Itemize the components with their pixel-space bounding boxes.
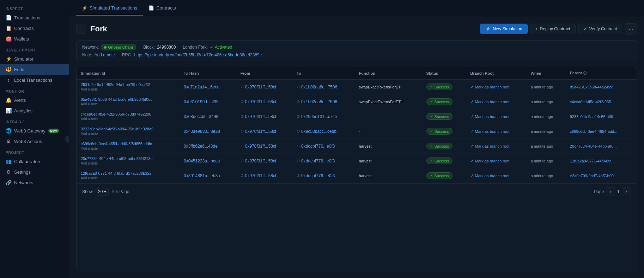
verify-contract-button[interactable]: ✓ Verify Contract	[578, 24, 622, 34]
branch-root-icon: ↗	[470, 129, 474, 134]
parent-id[interactable]: 20c77834-404e-44bb-af8...	[570, 144, 617, 148]
tab-contracts[interactable]: 📄 Contracts	[143, 1, 182, 16]
status-badge: ✓ Success	[426, 113, 453, 120]
to-address[interactable]: 0x1b02da8c...7506	[301, 99, 337, 104]
mark-branch-root[interactable]: ↗ Mark as branch root	[470, 114, 522, 119]
to-address[interactable]: 0xddcbf776...e0f3	[301, 173, 335, 178]
mark-branch-root[interactable]: ↗ Mark as branch root	[470, 99, 522, 104]
parent-id[interactable]: 12f6a2a0-0771-44f8-8fa...	[570, 159, 615, 163]
more-options-button[interactable]: ···	[625, 23, 637, 35]
function-name: harvest	[359, 174, 372, 178]
mark-branch-root[interactable]: ↗ Mark as branch root	[470, 159, 522, 163]
check-icon: ✓	[430, 99, 433, 104]
add-note-inline[interactable]: Add a note	[81, 87, 175, 91]
to-address[interactable]: 0x9c58bacc...cedb	[301, 129, 336, 134]
chevron-down-icon: ▾	[104, 189, 106, 194]
per-page-label: Per Page	[111, 189, 129, 194]
table-row: 20c77834-404e-44bb-af08-adbd36f4213d Add…	[77, 154, 637, 168]
tx-hash-link[interactable]: 0x3ffb62e6...43de	[184, 144, 218, 149]
branch-root-icon: ↗	[470, 144, 474, 148]
table-row: c699c6cb-0ee4-4654-add0-3f8d856addfc Add…	[77, 139, 637, 154]
network-badge: Gnosis Chain	[101, 44, 136, 50]
sim-id-link[interactable]: 85a426f1-9b68-44a2-bcd8-e0b95d45f00c	[81, 97, 175, 101]
mark-branch-root[interactable]: ↗ Mark as branch root	[470, 144, 522, 148]
tx-hash-link[interactable]: 0x0451223a...becb	[184, 159, 220, 163]
new-simulation-button[interactable]: ⚡ New Simulation	[480, 24, 527, 34]
sim-tx-tab-icon: ⚡	[82, 5, 87, 11]
when-text: a minute ago	[531, 115, 553, 119]
sidebar-item-contracts[interactable]: 📋 Contracts	[0, 23, 69, 33]
to-addr-icon: ⊙	[297, 144, 300, 148]
when-text: a minute ago	[531, 174, 553, 178]
sidebar-item-simulator[interactable]: ⚡ Simulator	[0, 54, 69, 64]
sidebar-item-collaborators[interactable]: 👥 Collaborators	[0, 156, 69, 167]
to-address[interactable]: 0xddcbf776...e0f3	[301, 159, 335, 163]
tx-hash-link[interactable]: 0x40ae9830...8e28	[184, 129, 220, 134]
sim-id-link[interactable]: 2f0f1c2e-9a1f-452e-94a1-bb79bd0ccf32	[81, 82, 175, 87]
parent-id[interactable]: c699c6cb-0ee4-4654-add...	[570, 129, 618, 134]
add-note-inline[interactable]: Add a note	[81, 176, 175, 180]
from-addr-icon: ⊙	[241, 173, 244, 178]
check-icon: ✓	[430, 159, 433, 163]
check-icon: ✓	[430, 114, 433, 119]
from-address[interactable]: 0x970f31ff...58cf	[245, 99, 277, 104]
from-address[interactable]: 0x970f31ff...58cf	[245, 129, 277, 134]
sidebar-item-web3-gateway[interactable]: 🌐 Web3 Gateway New	[0, 125, 69, 136]
block-label: Block:	[143, 45, 155, 50]
sidebar-item-local-transactions[interactable]: ↕ Local Transactions	[0, 75, 69, 85]
contracts-icon: 📋	[6, 25, 11, 31]
add-note-inline[interactable]: Add a note	[81, 147, 175, 150]
from-address[interactable]: 0x970f31ff...58cf	[245, 114, 277, 119]
tx-hash-link[interactable]: 0x3914881b...eb3a	[184, 173, 220, 178]
to-address[interactable]: 0x2995d131...c7ce	[301, 114, 337, 119]
sidebar-item-alerts[interactable]: 🔔 Alerts	[0, 95, 69, 105]
parent-id[interactable]: e2a0a709-9bd7-4bf7-b00...	[570, 174, 617, 178]
sidebar-item-wallets[interactable]: 👛 Wallets	[0, 33, 69, 44]
deploy-contract-button[interactable]: ↑ Deploy Contract	[530, 24, 576, 34]
per-page-select[interactable]: 20 ▾	[96, 188, 109, 196]
sidebar-item-forks[interactable]: 🔱 Forks	[0, 64, 69, 75]
sim-id-link[interactable]: 20c77834-404e-44bb-af08-adbd36f4213d	[81, 156, 175, 161]
sidebar-item-settings[interactable]: ⚙ Settings	[0, 167, 69, 177]
mark-branch-root[interactable]: ↗ Mark as branch root	[470, 129, 522, 134]
sidebar-item-analytics[interactable]: 📊 Analytics	[0, 105, 69, 116]
add-note-link[interactable]: Add a note	[95, 52, 115, 57]
sim-id-link[interactable]: 12f6a2a0-0771-44f8-8fab-d17ac236b322	[81, 171, 175, 175]
from-address[interactable]: 0x970f31ff...58cf	[245, 85, 277, 89]
back-button[interactable]: ←	[76, 24, 86, 34]
development-section-label: DEVELOPMENT	[0, 44, 69, 54]
when-text: a minute ago	[531, 85, 553, 89]
rpc-url[interactable]: https://rpc.tenderly.co/fork/7b65bd3d-a7…	[134, 52, 262, 57]
next-page-button[interactable]: ›	[622, 187, 631, 196]
from-address[interactable]: 0x970f31ff...58cf	[245, 173, 277, 178]
sim-id-link[interactable]: 9233c0eb-9aaf-4c56-a094-95e1b8e028a6	[81, 127, 175, 131]
prev-page-button[interactable]: ‹	[606, 187, 615, 196]
mark-branch-root[interactable]: ↗ Mark as branch root	[470, 173, 522, 178]
col-function: Function	[355, 67, 422, 80]
add-note-inline[interactable]: Add a note	[81, 161, 175, 165]
tab-simulated-transactions[interactable]: ⚡ Simulated Transactions	[76, 1, 143, 16]
tx-hash-link[interactable]: 0x08d6ccbf...3498	[184, 114, 218, 119]
parent-id[interactable]: 9233c0eb-9aaf-4c56-a09...	[570, 115, 616, 119]
sim-id-link[interactable]: c699c6cb-0ee4-4654-add0-3f8d856addfc	[81, 142, 175, 146]
from-address[interactable]: 0x970f31ff...58cf	[245, 144, 277, 149]
sim-id-link[interactable]: c4cea0ed-ff5e-42f2-935b-d78d07e92208	[81, 112, 175, 116]
sidebar-item-transactions[interactable]: 📄 Transactions	[0, 12, 69, 23]
sidebar-item-networks[interactable]: 🔗 Networks	[0, 177, 69, 188]
mark-branch-root[interactable]: ↗ Mark as branch root	[470, 85, 522, 89]
add-note-inline[interactable]: Add a note	[81, 132, 175, 136]
to-address[interactable]: 0x1b02da8c...7506	[301, 85, 337, 89]
sidebar-item-web3-actions[interactable]: ⚙ Web3 Actions	[0, 136, 69, 147]
tx-hash-link[interactable]: 0xb310199d...c2f5	[184, 99, 219, 104]
add-note-inline[interactable]: Add a note	[81, 117, 175, 121]
show-label: Show	[82, 189, 93, 194]
parent-id[interactable]: c4cea0ed-ff5e-42f2-935...	[570, 100, 614, 104]
tx-hash-link[interactable]: 0xc71d2a14...6ece	[184, 85, 219, 89]
parent-id[interactable]: 85a426f1-9b68-44a2-bcd...	[570, 85, 617, 89]
to-address[interactable]: 0xddcbf776...e0f3	[301, 144, 335, 149]
when-text: a minute ago	[531, 159, 553, 163]
add-note-inline[interactable]: Add a note	[81, 102, 175, 106]
from-address[interactable]: 0x970f31ff...58cf	[245, 159, 277, 163]
header-actions: ⚡ New Simulation ↑ Deploy Contract ✓ Ver…	[480, 23, 637, 35]
status-badge: ✓ Success	[426, 172, 453, 179]
